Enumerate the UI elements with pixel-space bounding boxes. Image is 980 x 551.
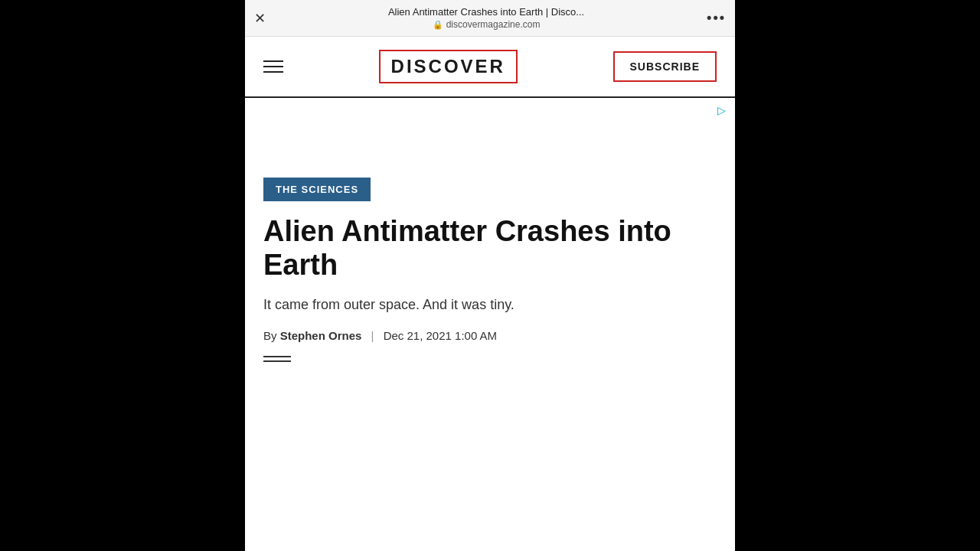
ad-icon: ▷ xyxy=(717,104,726,116)
site-nav: DISCOVER SUBSCRIBE xyxy=(245,37,735,98)
site-logo[interactable]: DISCOVER xyxy=(379,50,518,83)
byline-separator: | xyxy=(371,329,374,342)
tab-info: Alien Antimatter Crashes into Earth | Di… xyxy=(273,6,699,30)
hamburger-line-1 xyxy=(263,60,283,62)
url-text: discovermagazine.com xyxy=(446,19,541,30)
article-date: Dec 21, 2021 1:00 AM xyxy=(384,329,497,342)
hamburger-menu[interactable] xyxy=(263,60,283,73)
article-title: Alien Antimatter Crashes into Earth xyxy=(263,215,717,282)
divider-lines xyxy=(263,356,291,362)
ad-banner: ▷ xyxy=(245,98,735,159)
hamburger-line-3 xyxy=(263,71,283,73)
logo-text: DISCOVER xyxy=(391,56,505,77)
hamburger-line-2 xyxy=(263,66,283,67)
category-badge[interactable]: THE SCIENCES xyxy=(263,178,371,201)
divider-line-1 xyxy=(263,356,291,357)
url-bar: 🔒 discovermagazine.com xyxy=(433,19,541,30)
lock-icon: 🔒 xyxy=(433,20,443,30)
article-author: Stephen Ornes xyxy=(280,329,362,342)
right-black-panel xyxy=(735,0,980,551)
more-button[interactable]: ••• xyxy=(707,10,726,26)
subscribe-button[interactable]: SUBSCRIBE xyxy=(613,51,717,82)
tab-title: Alien Antimatter Crashes into Earth | Di… xyxy=(388,6,584,18)
close-button[interactable]: ✕ xyxy=(254,11,266,25)
browser-window: ✕ Alien Antimatter Crashes into Earth | … xyxy=(245,0,735,551)
divider-line-2 xyxy=(263,360,291,362)
byline-prefix: By xyxy=(263,329,277,342)
browser-chrome: ✕ Alien Antimatter Crashes into Earth | … xyxy=(245,0,735,37)
article-subtitle: It came from outer space. And it was tin… xyxy=(263,295,717,315)
article-divider xyxy=(263,356,717,362)
left-black-panel xyxy=(0,0,245,551)
article-content: THE SCIENCES Alien Antimatter Crashes in… xyxy=(245,159,735,551)
article-byline: By Stephen Ornes | Dec 21, 2021 1:00 AM xyxy=(263,329,717,342)
